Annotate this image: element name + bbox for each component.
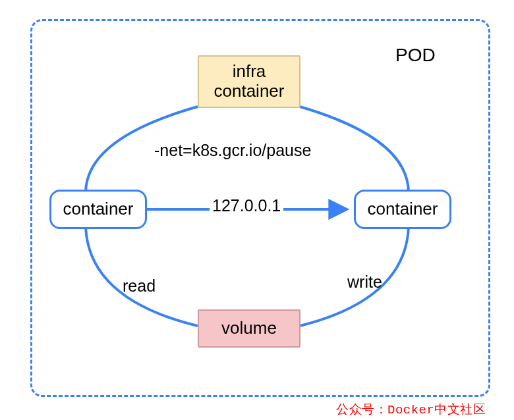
volume-node: volume (198, 309, 300, 348)
volume-label: volume (221, 319, 277, 338)
container-left-label: container (63, 199, 134, 219)
container-left-node: container (49, 190, 147, 229)
footer-attribution: 公众号：Docker中文社区 (336, 401, 486, 418)
diagram-canvas: POD infra container -net=k8s.gcr.io/paus… (0, 0, 514, 420)
edge-localhost-label: 127.0.0.1 (210, 196, 283, 215)
container-right-label: container (368, 199, 438, 219)
container-right-node: container (354, 190, 451, 229)
edge-write-label: write (347, 273, 382, 292)
infra-container-text: infra container (214, 62, 285, 101)
infra-container-node: infra container (198, 55, 300, 108)
pod-label: POD (395, 45, 436, 66)
edge-read-label: read (123, 276, 156, 296)
edge-net-label: -net=k8s.gcr.io/pause (154, 141, 311, 160)
